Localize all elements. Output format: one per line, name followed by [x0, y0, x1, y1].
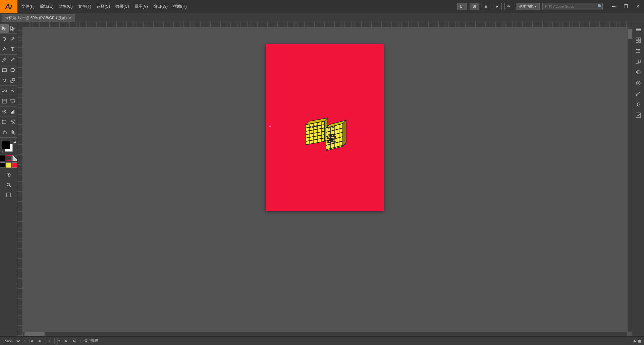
transform-tools-group	[0, 75, 17, 86]
navigator-tool[interactable]	[4, 170, 13, 179]
search-tool[interactable]	[4, 181, 13, 189]
ellipse-tool[interactable]	[9, 66, 17, 74]
document-tab[interactable]: 未标题-1.ai* @ 50% (RGB/GPU 预览) ✕	[1, 14, 75, 22]
transform-grid-tool[interactable]	[0, 97, 9, 106]
svg-rect-9	[12, 78, 15, 81]
workspace-button[interactable]: 基本功能 ▾	[516, 3, 540, 10]
artboard-tool[interactable]	[0, 118, 9, 126]
prev-artboard-btn[interactable]: ◀	[37, 338, 42, 344]
pen-tool[interactable]	[0, 45, 9, 54]
yellow-swatch[interactable]	[6, 162, 11, 168]
swap-colors-icon[interactable]: ⇄	[13, 140, 16, 144]
symbol-tool[interactable]	[0, 107, 9, 116]
selection-marker	[269, 126, 271, 127]
svg-line-1	[11, 38, 14, 40]
first-artboard-btn[interactable]: |◀	[29, 338, 34, 344]
reset-colors-icon[interactable]: ↺	[1, 151, 4, 154]
libraries-panel-btn[interactable]	[634, 36, 643, 45]
lasso-tools-group	[0, 34, 17, 44]
blend-tool[interactable]	[0, 86, 9, 95]
transform-panel-btn[interactable]	[634, 57, 643, 66]
graph-tool[interactable]	[9, 107, 17, 116]
red-swatch[interactable]	[12, 162, 17, 168]
menu-select[interactable]: 选择(S)	[94, 0, 113, 13]
graphic-styles-panel-btn[interactable]	[634, 111, 643, 120]
vertical-scrollbar[interactable]	[627, 27, 632, 332]
mesh-tool[interactable]	[9, 97, 17, 106]
menu-help[interactable]: 帮助(H)	[170, 0, 190, 13]
menu-text[interactable]: 文字(T)	[75, 0, 94, 13]
magic-wand-tool[interactable]	[9, 34, 17, 43]
svg-line-5	[11, 58, 14, 61]
scale-tool[interactable]	[9, 76, 17, 85]
black-swatch[interactable]	[0, 162, 5, 168]
restore-button[interactable]: ❐	[620, 0, 632, 13]
fill-swatch[interactable]	[0, 155, 5, 161]
pathfinder-panel-btn[interactable]	[634, 68, 643, 77]
menu-effects[interactable]: 效果(C)	[113, 0, 132, 13]
menu-file[interactable]: 文件(F)	[19, 0, 37, 13]
artboard-number-input[interactable]	[45, 338, 55, 344]
symbols-panel-btn[interactable]	[634, 100, 643, 109]
none-swatch[interactable]	[12, 155, 18, 161]
hand-tool[interactable]	[0, 128, 9, 137]
stop-btn[interactable]: ◼	[638, 339, 641, 343]
svg-line-28	[13, 133, 15, 134]
color-swatch-container: ⇄ ↺	[1, 140, 16, 154]
zoom-tool[interactable]	[9, 128, 17, 137]
stroke-swatch[interactable]	[6, 155, 12, 161]
vertical-scroll-thumb[interactable]	[628, 29, 632, 39]
lasso-tool[interactable]	[0, 34, 9, 43]
extra-tools-area	[4, 170, 13, 199]
align-panel-btn[interactable]	[634, 46, 643, 56]
slice-tool[interactable]	[9, 118, 17, 126]
screen-mode-tool[interactable]	[4, 191, 13, 199]
toolbar-right: Br St ⊞ ▸ ✏ 基本功能 ▾ 🔍	[457, 3, 608, 10]
menu-edit[interactable]: 编辑(E)	[37, 0, 56, 13]
svg-rect-22	[3, 120, 6, 124]
right-panel	[632, 22, 644, 336]
bridge-button[interactable]: Br	[457, 3, 467, 10]
menu-window[interactable]: 窗口(W)	[151, 0, 170, 13]
close-button[interactable]: ✕	[632, 0, 644, 13]
horizontal-scrollbar[interactable]	[23, 332, 627, 336]
pencil-tool[interactable]	[0, 55, 9, 64]
menu-object[interactable]: 对象(O)	[56, 0, 75, 13]
window-controls: ─ ❐ ✕	[608, 0, 644, 13]
horizontal-scroll-thumb[interactable]	[24, 332, 45, 336]
svg-rect-72	[639, 38, 641, 40]
stock-button[interactable]: St	[470, 3, 479, 10]
appearance-panel-btn[interactable]	[634, 78, 643, 88]
type-tool[interactable]: T	[9, 45, 17, 54]
foreground-color-swatch[interactable]	[2, 141, 10, 149]
pen-tools-group: T	[0, 44, 17, 55]
svg-point-10	[2, 90, 4, 92]
title-bar: Ai 文件(F) 编辑(E) 对象(O) 文字(T) 选择(S) 效果(C) 视…	[0, 0, 644, 13]
grid-button[interactable]: ⊞	[482, 3, 490, 10]
pen-button[interactable]: ✏	[504, 3, 513, 10]
artboard-tools-group	[0, 117, 17, 127]
tab-close-button[interactable]: ✕	[69, 16, 71, 20]
canvas-area: // Will be populated by JS	[17, 22, 632, 336]
toggle-button[interactable]: ▸	[493, 3, 502, 10]
properties-panel-btn[interactable]	[634, 25, 643, 34]
pencil-tools-group	[0, 55, 17, 65]
minimize-button[interactable]: ─	[608, 0, 620, 13]
rectangle-tool[interactable]	[0, 66, 9, 74]
line-tool[interactable]	[9, 55, 17, 64]
tab-title: 未标题-1.ai* @ 50% (RGB/GPU 预览)	[5, 15, 67, 20]
stock-search-input[interactable]	[542, 3, 603, 10]
svg-rect-20	[12, 111, 13, 114]
direct-select-tool[interactable]	[9, 24, 17, 33]
shape-tools-group	[0, 65, 17, 75]
warp-tool[interactable]	[9, 86, 17, 95]
zoom-select[interactable]: 50% 25% 75% 100% 150% 200%	[3, 338, 21, 344]
next-artboard-btn[interactable]: ▶	[64, 338, 69, 344]
menu-view[interactable]: 视图(V)	[132, 0, 151, 13]
play-btn[interactable]: ▶	[634, 339, 637, 343]
svg-point-33	[7, 183, 10, 186]
brushes-panel-btn[interactable]	[634, 89, 643, 98]
select-tool[interactable]	[0, 24, 9, 33]
last-artboard-btn[interactable]: ▶|	[72, 338, 77, 344]
rotate-tool[interactable]	[0, 76, 9, 85]
